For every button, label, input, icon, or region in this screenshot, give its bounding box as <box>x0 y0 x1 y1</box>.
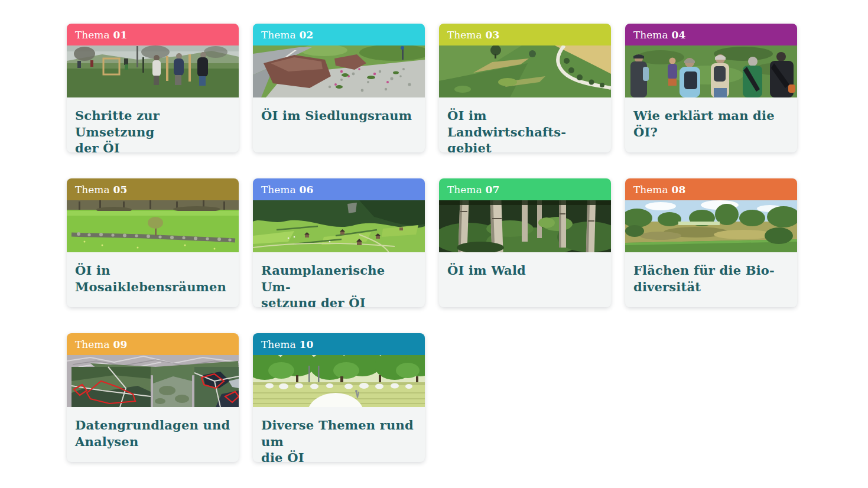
card-header: Thema 06 <box>253 178 425 200</box>
photo-orchard-pasture <box>253 355 425 407</box>
card-body: ÖI in Mosaiklebensräumen <box>67 252 239 307</box>
thema-card-06[interactable]: Thema 06 <box>253 178 425 307</box>
photo-wet-meadow <box>625 200 797 252</box>
topics-grid: Thema 01 <box>0 0 868 488</box>
photo-roadside-rock-garden <box>253 45 425 97</box>
card-header: Thema 09 <box>67 333 239 355</box>
photo-green-valley <box>253 200 425 252</box>
card-label: Thema <box>261 184 296 196</box>
card-title: ÖI im Wald <box>447 262 603 279</box>
card-header: Thema 10 <box>253 333 425 355</box>
thema-card-10[interactable]: Thema 10 <box>253 333 425 462</box>
card-header: Thema 04 <box>625 24 797 45</box>
thema-card-09[interactable]: Thema 09 <box>67 333 239 462</box>
card-number: 07 <box>486 184 500 196</box>
photo-guided-group-tour <box>625 45 797 97</box>
card-body: Raumplanerische Um- setzung der ÖI <box>253 252 425 307</box>
card-number: 05 <box>113 184 128 196</box>
card-body: Schritte zur Umsetzung der ÖI <box>67 97 239 152</box>
card-title: Schritte zur Umsetzung der ÖI <box>75 108 230 152</box>
photo-map-analysis <box>67 355 239 407</box>
card-body: ÖI im Siedlungsraum <box>253 97 425 152</box>
thema-card-08[interactable]: Thema 08 <box>625 178 797 307</box>
card-number: 04 <box>672 29 686 41</box>
card-number: 03 <box>486 29 500 41</box>
card-body: ÖI im Wald <box>439 252 611 307</box>
card-number: 09 <box>113 339 128 350</box>
card-header: Thema 05 <box>67 178 239 200</box>
card-number: 06 <box>300 184 314 196</box>
card-header: Thema 01 <box>67 24 239 45</box>
thema-card-01[interactable]: Thema 01 <box>67 24 239 152</box>
card-title: Diverse Themen rund um die ÖI <box>261 417 417 462</box>
card-title: Raumplanerische Um- setzung der ÖI <box>261 262 417 307</box>
photo-forest-trunks <box>439 200 611 252</box>
thema-card-04[interactable]: Thema 04 <box>625 24 797 152</box>
card-number: 08 <box>672 184 686 196</box>
thema-card-07[interactable]: Thema 07 <box>439 178 611 307</box>
thema-card-03[interactable]: Thema 03 <box>439 24 611 152</box>
thema-card-02[interactable]: Thema 02 <box>253 24 425 152</box>
card-number: 02 <box>300 29 314 41</box>
card-header: Thema 03 <box>439 24 611 45</box>
photo-aerial-farmland <box>439 45 611 97</box>
card-body: ÖI im Landwirtschafts- gebiet <box>439 97 611 152</box>
card-label: Thema <box>633 29 668 41</box>
card-title: ÖI im Landwirtschafts- gebiet <box>447 108 603 152</box>
card-number: 10 <box>300 339 314 350</box>
card-label: Thema <box>75 29 110 41</box>
card-label: Thema <box>633 184 668 196</box>
card-label: Thema <box>75 184 110 196</box>
card-title: Flächen für die Bio- diversität <box>633 262 789 295</box>
topics-page: Thema 01 <box>0 0 868 488</box>
card-body: Diverse Themen rund um die ÖI <box>253 407 425 462</box>
card-title: ÖI im Siedlungsraum <box>261 108 417 124</box>
card-body: Flächen für die Bio- diversität <box>625 252 797 307</box>
card-label: Thema <box>75 339 110 350</box>
card-header: Thema 07 <box>439 178 611 200</box>
card-title: Wie erklärt man die ÖI? <box>633 108 789 140</box>
photo-meadow-stone-wall <box>67 200 239 252</box>
card-body: Wie erklärt man die ÖI? <box>625 97 797 152</box>
card-title: ÖI in Mosaiklebensräumen <box>75 262 230 295</box>
card-title: Datengrundlagen und Analysen <box>75 417 230 450</box>
card-label: Thema <box>261 339 296 350</box>
card-label: Thema <box>447 184 482 196</box>
photo-people-planting-trees <box>67 45 239 97</box>
card-body: Datengrundlagen und Analysen <box>67 407 239 462</box>
card-label: Thema <box>261 29 296 41</box>
thema-card-05[interactable]: Thema 05 <box>67 178 239 307</box>
card-label: Thema <box>447 29 482 41</box>
card-header: Thema 08 <box>625 178 797 200</box>
card-header: Thema 02 <box>253 24 425 45</box>
card-number: 01 <box>113 29 128 41</box>
